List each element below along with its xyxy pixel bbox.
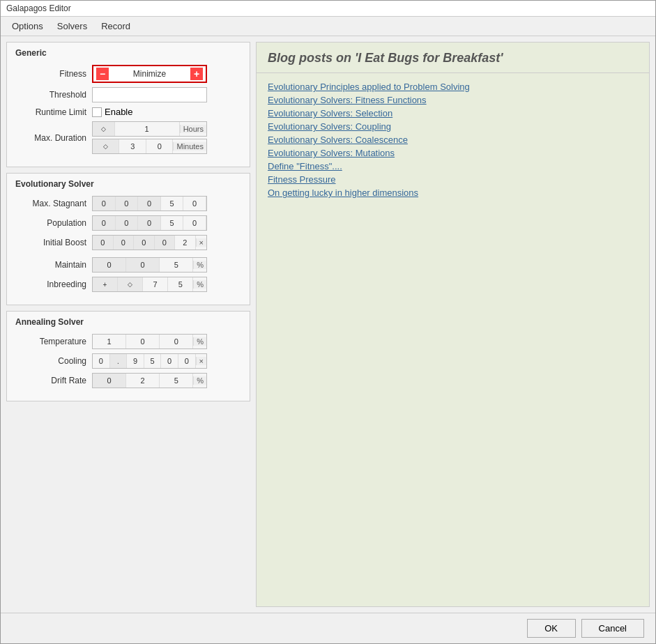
population-label: Population: [15, 218, 92, 228]
dr-c1: 2: [126, 374, 160, 388]
minutes-cell-1: 3: [119, 139, 146, 153]
maintain-row: Maintain 0 0 5 %: [15, 257, 241, 273]
evolutionary-section: Evolutionary Solver Max. Stagnant 0 0 0 …: [6, 173, 250, 305]
inbreeding-label: Inbreeding: [15, 279, 92, 289]
maintain-label: Maintain: [15, 260, 92, 270]
blog-link[interactable]: Evolutionary Solvers: Fitness Functions: [268, 95, 638, 105]
maintain-spinbox: 0 0 5 %: [92, 257, 207, 273]
mn-c0: 0: [93, 258, 126, 272]
drift-rate-spinbox: 0 2 5 %: [92, 373, 207, 388]
menu-record[interactable]: Record: [96, 20, 136, 33]
blog-links: Evolutionary Principles applied to Probl…: [257, 73, 649, 206]
threshold-label: Threshold: [15, 90, 92, 100]
ms-c1: 0: [116, 197, 139, 210]
pop-c3: 5: [161, 216, 184, 230]
initial-boost-label: Initial Boost: [15, 238, 92, 247]
mn-c2: 5: [160, 258, 193, 272]
main-content: Generic Fitness − Minimize + Threshold: [1, 36, 655, 613]
inb-unit: %: [193, 280, 206, 289]
temperature-label: Temperature: [15, 337, 92, 346]
cooling-row: Cooling 0 . 9 5 0 0 ×: [15, 353, 241, 369]
blog-link[interactable]: Define "Fitness"....: [268, 161, 638, 171]
dr-c0: 0: [93, 374, 126, 388]
population-row: Population 0 0 0 5 0: [15, 215, 241, 231]
pop-c2: 0: [138, 216, 161, 230]
annealing-section: Annealing Solver Temperature 1 0 0 %: [6, 311, 250, 401]
temperature-row: Temperature 1 0 0 %: [15, 334, 241, 349]
cool-c3: 5: [144, 354, 162, 368]
population-cells: 0 0 0 5 0: [93, 216, 206, 230]
temp-unit: %: [193, 337, 206, 346]
threshold-input[interactable]: [92, 87, 207, 102]
maintain-cells: 0 0 5: [93, 258, 193, 272]
blog-link[interactable]: Fitness Pressure: [268, 174, 638, 185]
menu-options[interactable]: Options: [6, 20, 49, 33]
blog-title: Blog posts on 'I Eat Bugs for Breakfast': [268, 51, 503, 65]
cool-c2: 9: [127, 354, 144, 368]
temperature-spinbox: 1 0 0 %: [92, 334, 207, 349]
minutes-cell-arrow: ◇: [93, 139, 119, 153]
left-panel: Generic Fitness − Minimize + Threshold: [6, 42, 250, 607]
initial-boost-cells: 0 0 0 0 2: [93, 236, 196, 250]
dr-c2: 5: [160, 374, 193, 388]
max-stagnant-spinbox: 0 0 0 5 0: [92, 196, 207, 211]
temp-c0: 1: [93, 335, 126, 348]
initial-boost-spinbox: 0 0 0 0 2 ×: [92, 235, 207, 250]
hours-cells: ◇ 1: [93, 122, 180, 136]
cooling-spinbox: 0 . 9 5 0 0 ×: [92, 353, 207, 369]
hours-unit: Hours: [180, 125, 206, 133]
hours-spinbox: ◇ 1 Hours: [92, 121, 207, 137]
max-stagnant-row: Max. Stagnant 0 0 0 5 0: [15, 196, 241, 211]
right-panel: Blog posts on 'I Eat Bugs for Breakfast'…: [256, 42, 650, 607]
fitness-control: − Minimize +: [92, 65, 207, 83]
runtime-limit-label: Runtime Limit: [15, 107, 92, 117]
menu-solvers[interactable]: Solvers: [52, 20, 93, 33]
fitness-value: Minimize: [109, 69, 190, 79]
ib-c4: 2: [175, 236, 196, 250]
ib-c1: 0: [114, 236, 135, 250]
inbreeding-row: Inbreeding + ◇ 7 5 %: [15, 277, 241, 292]
temp-c1: 0: [126, 335, 160, 348]
blog-link[interactable]: Evolutionary Solvers: Mutations: [268, 148, 638, 158]
ms-c3: 5: [161, 197, 184, 210]
annealing-title: Annealing Solver: [15, 317, 241, 327]
cool-c4: 0: [161, 354, 178, 368]
blog-header: Blog posts on 'I Eat Bugs for Breakfast': [257, 43, 649, 73]
generic-title: Generic: [15, 48, 241, 58]
mn-unit: %: [193, 261, 206, 269]
runtime-enable-row: Enable: [92, 107, 132, 117]
minutes-cell-2: 0: [146, 139, 173, 153]
blog-link[interactable]: On getting lucky in higher dimensions: [268, 187, 638, 198]
drift-rate-row: Drift Rate 0 2 5 %: [15, 373, 241, 388]
ms-c0: 0: [93, 197, 116, 210]
dr-unit: %: [193, 376, 206, 385]
fitness-row: Fitness − Minimize +: [15, 65, 241, 83]
initial-boost-row: Initial Boost 0 0 0 0 2 ×: [15, 235, 241, 250]
fitness-plus-button[interactable]: +: [190, 68, 203, 80]
pop-c4: 0: [183, 216, 206, 230]
ms-c4: 0: [183, 197, 206, 210]
temperature-cells: 1 0 0: [93, 335, 193, 348]
drift-rate-cells: 0 2 5: [93, 374, 193, 388]
blog-link[interactable]: Evolutionary Solvers: Selection: [268, 108, 638, 118]
ok-button[interactable]: OK: [527, 619, 576, 638]
window-title: Galapagos Editor: [6, 3, 71, 13]
drift-rate-label: Drift Rate: [15, 376, 92, 385]
main-window: Galapagos Editor Options Solvers Record …: [0, 0, 656, 644]
menu-bar: Options Solvers Record: [1, 17, 655, 36]
fitness-minus-button[interactable]: −: [96, 68, 109, 80]
generic-section: Generic Fitness − Minimize + Threshold: [6, 42, 250, 167]
inb-prefix: +: [93, 277, 118, 291]
cooling-label: Cooling: [15, 356, 92, 366]
runtime-checkbox[interactable]: [92, 107, 102, 117]
bottom-bar: OK Cancel: [1, 613, 655, 643]
blog-link[interactable]: Evolutionary Solvers: Coalescence: [268, 135, 638, 145]
cancel-button[interactable]: Cancel: [581, 619, 644, 638]
blog-link[interactable]: Evolutionary Principles applied to Probl…: [268, 82, 638, 92]
blog-link[interactable]: Evolutionary Solvers: Coupling: [268, 121, 638, 132]
max-stagnant-label: Max. Stagnant: [15, 199, 92, 208]
max-duration-label: Max. Duration: [15, 133, 92, 143]
minutes-unit: Minutes: [173, 142, 206, 151]
ib-c3: 0: [155, 236, 176, 250]
max-duration-row: Max. Duration ◇ 1 Hours: [15, 121, 241, 154]
